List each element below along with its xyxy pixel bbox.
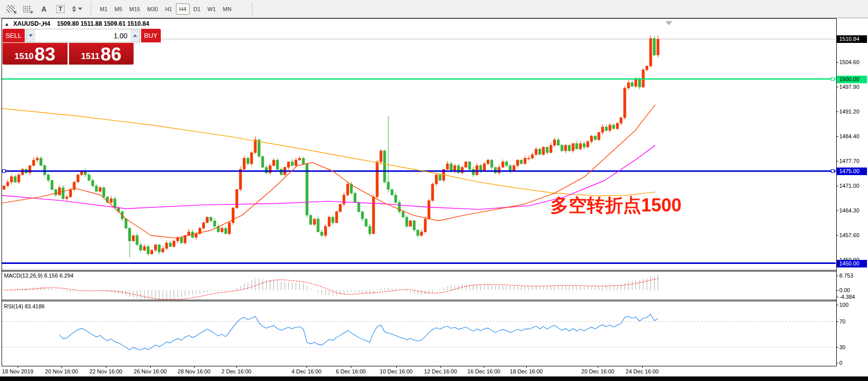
- candle-body: [357, 202, 360, 211]
- candle-body: [324, 227, 327, 236]
- timeframe-button-m5[interactable]: M5: [111, 4, 125, 15]
- candle-body: [361, 211, 364, 219]
- macd-axis-label: -4.384: [839, 294, 855, 300]
- candle-body: [590, 136, 593, 142]
- text-label-icon[interactable]: A: [36, 3, 51, 16]
- time-axis-tick: [441, 366, 441, 368]
- candle-body: [657, 39, 659, 55]
- candle-body: [498, 168, 501, 173]
- candle-body: [542, 147, 545, 155]
- candle-body: [572, 143, 574, 151]
- panel-separator: [2, 270, 837, 270]
- candle-body: [561, 145, 563, 151]
- candle-body: [162, 248, 164, 252]
- candle-body: [653, 38, 656, 55]
- candle-body: [346, 184, 349, 195]
- candle-body: [380, 151, 382, 162]
- candle-body: [579, 143, 582, 149]
- sell-button[interactable]: SELL: [3, 29, 25, 42]
- rsi-axis-tick: [836, 305, 838, 305]
- chevron-down-icon: [78, 8, 82, 10]
- grid-icon[interactable]: F: [20, 3, 35, 16]
- timeframe-button-m1[interactable]: M1: [97, 4, 110, 15]
- candle-body: [147, 247, 149, 254]
- time-axis-tick: [306, 366, 307, 368]
- price-axis-label: 1477.70: [839, 158, 859, 165]
- candle-body: [169, 243, 171, 246]
- candle-body: [228, 223, 231, 234]
- time-axis-label: 18 Dec 16:00: [510, 368, 542, 374]
- line-handle[interactable]: [831, 170, 834, 173]
- main-plot: [2, 35, 836, 263]
- candle-body: [490, 160, 493, 168]
- chevron-down-icon: [29, 34, 33, 37]
- candle-body: [14, 177, 16, 182]
- candle-body: [587, 142, 589, 147]
- candle-body: [43, 166, 46, 175]
- candle-body: [173, 241, 175, 247]
- candle-body: [479, 166, 482, 171]
- time-axis-tick: [526, 366, 527, 368]
- candle-body: [546, 147, 548, 153]
- price-axis-label: 1457.60: [839, 232, 859, 239]
- candle-body: [54, 190, 57, 195]
- candle-body: [420, 232, 423, 235]
- candle-body: [609, 125, 611, 131]
- candle-body: [265, 168, 268, 173]
- candle-body: [224, 228, 227, 234]
- timeframe-button-mn[interactable]: MN: [220, 4, 234, 15]
- indicators-icon[interactable]: E: [3, 3, 18, 16]
- chart-border-left: [2, 18, 2, 366]
- candle-body: [251, 153, 253, 164]
- candle-body: [206, 217, 209, 223]
- ma-slow-orange: [2, 108, 655, 196]
- candle-body: [398, 202, 401, 211]
- panel-separator: [2, 301, 837, 301]
- time-axis-label: 4 Dec 16:00: [291, 368, 321, 374]
- time-axis-tick: [236, 366, 237, 368]
- candle-body: [505, 162, 508, 166]
- candle-body: [235, 190, 238, 208]
- toolbar: E F A T M1M5M15M30H1H4D1W1MN: [0, 0, 868, 18]
- line-handle[interactable]: [831, 78, 834, 81]
- timeframe-buttons: M1M5M15M30H1H4D1W1MN: [96, 4, 235, 15]
- timeframe-button-m15[interactable]: M15: [127, 4, 143, 15]
- buy-quote-tile[interactable]: 1511 86: [69, 43, 134, 65]
- candle-body: [568, 145, 571, 151]
- volume-increase-button[interactable]: [131, 29, 140, 42]
- price-axis-tick: [836, 210, 838, 211]
- volume-input[interactable]: [35, 29, 131, 42]
- timeframe-button-h1[interactable]: H1: [162, 4, 175, 15]
- volume-decrease-button[interactable]: [26, 29, 35, 42]
- candle-body: [221, 228, 223, 232]
- chart-shift-marker[interactable]: [665, 21, 672, 25]
- text-box-icon[interactable]: T: [53, 3, 68, 16]
- candle-body: [598, 132, 600, 140]
- timeframe-button-d1[interactable]: D1: [191, 4, 204, 15]
- line-handle[interactable]: [3, 170, 6, 173]
- candle-body: [132, 236, 135, 241]
- timeframe-button-h4[interactable]: H4: [176, 4, 189, 15]
- arrange-windows-icon[interactable]: [70, 3, 85, 16]
- mt4-window: E F A T M1M5M15M30H1H4D1W1MN ▲ XA: [0, 0, 868, 381]
- sell-price-pips: 83: [35, 46, 55, 63]
- chart-annotation-text: 多空转折点1500: [550, 193, 681, 218]
- timeframe-button-w1[interactable]: W1: [205, 4, 219, 15]
- chart-border-right: [836, 18, 837, 366]
- chart-border-top: [2, 18, 837, 19]
- candle-body: [638, 79, 641, 87]
- candle-body: [232, 208, 234, 223]
- price-axis-tick: [836, 136, 838, 137]
- candle-body: [202, 223, 205, 228]
- sell-quote-tile[interactable]: 1510 83: [3, 43, 68, 65]
- candle-body: [243, 158, 245, 169]
- candle-body: [165, 243, 168, 248]
- candle-body: [553, 140, 556, 145]
- candle-body: [143, 247, 146, 250]
- buy-button[interactable]: BUY: [141, 29, 161, 42]
- candle-body: [465, 162, 467, 168]
- candle-body: [409, 221, 412, 227]
- timeframe-button-m30[interactable]: M30: [144, 4, 161, 15]
- ohlc-values: 1509.80 1511.88 1509.61 1510.84: [57, 20, 149, 27]
- candle-body: [276, 160, 279, 169]
